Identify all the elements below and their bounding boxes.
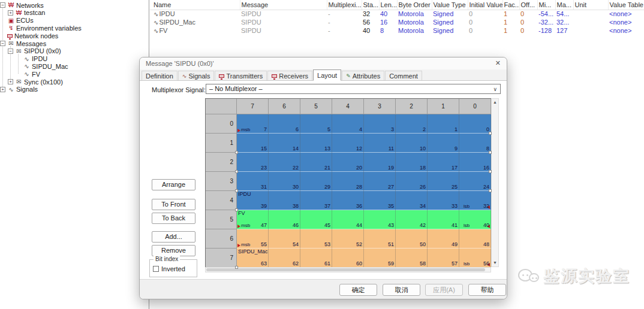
- tree-item-sipdu-0x0-[interactable]: −✉SIPDU (0x0): [8, 47, 61, 55]
- tree-item-signals[interactable]: +∿Signals: [0, 86, 38, 93]
- bit-cell-10[interactable]: 10: [396, 134, 428, 153]
- bit-cell-17[interactable]: 17: [428, 153, 459, 172]
- selection-handle[interactable]: [489, 132, 492, 135]
- selection-handle[interactable]: [489, 151, 492, 154]
- bit-cell-54[interactable]: 54: [269, 229, 300, 249]
- bit-cell-29[interactable]: 29: [300, 172, 332, 191]
- dialog-titlebar[interactable]: Message 'SIPDU (0x0)' ✕: [140, 57, 507, 69]
- grid-vertical-scrollbar[interactable]: ▲ ▼: [491, 98, 499, 267]
- signal-row-sipdu_mac[interactable]: ∿SIPDU_MacSIPDU-5616MotorolaSigned010-32…: [150, 18, 644, 26]
- column-header-mi-[interactable]: Mi...: [537, 0, 555, 10]
- column-header-ma-[interactable]: Ma...: [555, 0, 573, 10]
- inverted-option[interactable]: Inverted: [153, 265, 185, 272]
- expand-icon[interactable]: +: [8, 79, 13, 84]
- multiplexor-select[interactable]: – No Multiplexor – ∨: [206, 84, 501, 94]
- bit-cell-41[interactable]: 41: [428, 210, 459, 229]
- signal-row-fv[interactable]: ∿FVSIPDU-408MotorolaSigned010-128127<non…: [150, 26, 644, 35]
- tab-definition[interactable]: Definition: [142, 71, 177, 80]
- bit-cell-34[interactable]: 34: [396, 191, 428, 210]
- tab-comment[interactable]: Comment: [385, 71, 422, 80]
- bit-cell-49[interactable]: 49: [428, 229, 459, 249]
- bit-cell-60[interactable]: 60: [332, 249, 364, 268]
- arrange-button[interactable]: Arrange: [152, 179, 195, 190]
- bit-cell-31[interactable]: 31: [237, 172, 269, 191]
- bit-cell-61[interactable]: 61: [300, 249, 332, 268]
- tab-attributes[interactable]: ✎Attributes: [342, 71, 384, 80]
- column-header-len-[interactable]: Len...: [379, 0, 397, 10]
- selection-handle[interactable]: [235, 170, 238, 173]
- bit-cell-55[interactable]: msb55: [237, 229, 269, 249]
- bit-cell-9[interactable]: 9: [428, 134, 459, 153]
- bit-cell-20[interactable]: 20: [332, 153, 364, 172]
- tab-receivers[interactable]: Receivers: [267, 71, 312, 80]
- column-header-unit[interactable]: Unit: [573, 0, 608, 10]
- bit-cell-53[interactable]: 53: [300, 229, 332, 249]
- to-front-button[interactable]: To Front: [152, 199, 195, 210]
- bit-cell-22[interactable]: 22: [269, 153, 300, 172]
- bit-cell-35[interactable]: 35: [364, 191, 396, 210]
- selection-handle[interactable]: [489, 189, 492, 192]
- bit-cell-0[interactable]: 0: [459, 114, 491, 134]
- tree-item-sipdu-mac[interactable]: ∿SIPDU_Mac: [16, 62, 68, 70]
- dialog-button-取消[interactable]: 取消: [383, 284, 420, 296]
- bit-cell-21[interactable]: 21: [300, 153, 332, 172]
- bit-cell-36[interactable]: 36: [332, 191, 364, 210]
- selection-handle[interactable]: [235, 208, 238, 211]
- collapse-icon[interactable]: −: [0, 41, 5, 46]
- bit-cell-16[interactable]: 16: [459, 153, 491, 172]
- bit-cell-5[interactable]: 5: [300, 114, 332, 134]
- tree-item-environment-variables[interactable]: ↯Environment variables: [0, 24, 82, 32]
- column-header-fac-[interactable]: Fac...: [502, 0, 519, 10]
- bit-cell-63[interactable]: SIPDU_Mac63: [237, 249, 269, 268]
- collapse-icon[interactable]: −: [0, 2, 5, 8]
- bit-cell-14[interactable]: 14: [269, 134, 300, 153]
- bit-cell-39[interactable]: IPDU39: [237, 191, 269, 210]
- tab-layout[interactable]: Layout: [313, 69, 341, 81]
- bit-cell-38[interactable]: 38: [269, 191, 300, 210]
- tree-item-fv[interactable]: ∿FV: [16, 70, 40, 78]
- bit-cell-52[interactable]: 52: [332, 229, 364, 249]
- bit-cell-44[interactable]: 44: [332, 210, 364, 229]
- bit-cell-43[interactable]: 43: [364, 210, 396, 229]
- bit-cell-11[interactable]: 11: [364, 134, 396, 153]
- remove-button[interactable]: Remove: [152, 245, 195, 256]
- bit-cell-58[interactable]: 58: [396, 249, 428, 268]
- bit-cell-48[interactable]: 48: [459, 229, 491, 249]
- bit-cell-40[interactable]: lsb40: [459, 210, 491, 229]
- bit-cell-19[interactable]: 19: [364, 153, 396, 172]
- tree-item-ipdu[interactable]: ∿IPDU: [16, 55, 47, 63]
- bit-cell-13[interactable]: 13: [300, 134, 332, 153]
- bit-cell-24[interactable]: 24: [459, 172, 491, 191]
- selection-handle[interactable]: [235, 189, 238, 192]
- tab-signals[interactable]: ∿Signals: [178, 71, 215, 80]
- bit-cell-15[interactable]: 15: [237, 134, 269, 153]
- bit-cell-42[interactable]: 42: [396, 210, 428, 229]
- bit-cell-33[interactable]: 33: [428, 191, 459, 210]
- column-header-multiplexi-[interactable]: Multiplexi...: [327, 0, 362, 10]
- bit-cell-3[interactable]: 3: [364, 114, 396, 134]
- bit-cell-6[interactable]: 6: [269, 114, 300, 134]
- bit-cell-23[interactable]: 23: [237, 153, 269, 172]
- bit-cell-26[interactable]: 26: [396, 172, 428, 191]
- scroll-up-icon[interactable]: ▲: [492, 99, 498, 106]
- tab-transmitters[interactable]: Transmitters: [215, 71, 267, 80]
- grid-horizontal-scrollbar[interactable]: [205, 267, 491, 272]
- tree-item-ecus[interactable]: ▣ECUs: [0, 17, 34, 25]
- dialog-button-确定[interactable]: 确定: [339, 284, 377, 296]
- column-header-off-[interactable]: Off...: [519, 0, 537, 10]
- column-header-sta-[interactable]: Sta...: [362, 0, 379, 10]
- bit-cell-30[interactable]: 30: [269, 172, 300, 191]
- scrollbar-thumb[interactable]: [206, 268, 485, 271]
- bit-cell-57[interactable]: 57: [428, 249, 459, 268]
- selection-handle[interactable]: [235, 266, 238, 269]
- bit-cell-1[interactable]: 1: [428, 114, 459, 134]
- bit-cell-46[interactable]: 46: [269, 210, 300, 229]
- tree-item-network-nodes[interactable]: Network nodes: [0, 32, 58, 40]
- column-header-value-type[interactable]: Value Type: [432, 0, 468, 10]
- cell-name[interactable]: ∿FV: [150, 26, 240, 35]
- bit-cell-18[interactable]: 18: [396, 153, 428, 172]
- tree-item-networks[interactable]: −₩Networks: [0, 1, 44, 9]
- scroll-down-icon[interactable]: ▼: [492, 259, 498, 266]
- column-header-byte-order[interactable]: Byte Order: [397, 0, 432, 10]
- expand-icon[interactable]: +: [8, 10, 13, 16]
